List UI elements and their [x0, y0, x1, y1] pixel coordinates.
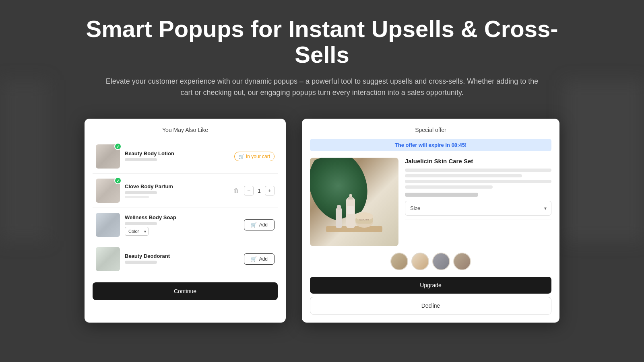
hero-section: Smart Popups for Instant Upsells & Cross…: [0, 0, 644, 111]
detail-bar-2: [405, 174, 522, 177]
product-info-1: Beauty Body Lotion: [125, 150, 229, 163]
upgrade-button[interactable]: Upgrade: [310, 277, 551, 294]
product-price-bar-1: [125, 158, 157, 161]
product-price-bar-3: [125, 222, 157, 225]
product-info-2: Clove Body Parfum: [125, 183, 227, 198]
product-name-4: Beauty Deodorant: [125, 253, 239, 259]
color-select-wrapper: Color White Beige ▾: [125, 227, 149, 236]
product-item-3: Wellness Body Soap Color White Beige ▾ 🛒: [93, 208, 278, 242]
product-image-wrapper-3: [96, 213, 120, 237]
product-actions-4: 🛒 Add: [244, 253, 275, 265]
product-image-wrapper-1: ✓: [96, 144, 120, 169]
product-actions-2: 🗑 − 1 +: [232, 186, 275, 195]
product-name-2: Clove Body Parfum: [125, 183, 227, 189]
cart-icon-3: 🛒: [251, 222, 257, 228]
product-item-1: ✓ Beauty Body Lotion 🛒 In your cart: [93, 140, 278, 174]
product-price-bar-4: [125, 261, 157, 264]
qty-plus-2[interactable]: +: [265, 186, 275, 195]
check-badge-1: ✓: [114, 143, 122, 150]
svg-text:NEAUTHY: NEAUTHY: [359, 218, 369, 221]
detail-bar-1: [405, 169, 551, 172]
product-image-3: [96, 213, 120, 237]
product-list: ✓ Beauty Body Lotion 🛒 In your cart: [93, 140, 278, 276]
hero-title: Smart Popups for Instant Upsells & Cross…: [80, 16, 564, 68]
hero-subtitle: Elevate your customer experience with ou…: [101, 76, 543, 99]
offer-title: Special offer: [310, 127, 551, 133]
popup-right: Special offer The offer will expire in 0…: [302, 119, 559, 323]
decline-button[interactable]: Decline: [310, 297, 551, 315]
product-item-2: ✓ Clove Body Parfum 🗑 − 1 +: [93, 174, 278, 208]
svg-rect-3: [348, 197, 353, 200]
continue-button[interactable]: Continue: [93, 282, 278, 300]
product-info-4: Beauty Deodorant: [125, 253, 239, 265]
popups-container: You May Also Like ✓ Beauty Body Lotion 🛒…: [0, 111, 644, 331]
detail-bar-3: [405, 180, 551, 183]
thumbnail-1[interactable]: [390, 253, 408, 270]
timer-value: 08:45!: [452, 142, 467, 148]
offer-content: NEAUTHY Jaluelicin Skin Care Set Size Sm…: [310, 158, 551, 246]
offer-price-bar: [405, 193, 478, 197]
product-name-3: Wellness Body Soap: [125, 214, 239, 220]
cart-icon-1: 🛒: [239, 154, 244, 159]
detail-bar-4: [405, 185, 493, 189]
popup-left: You May Also Like ✓ Beauty Body Lotion 🛒…: [85, 119, 286, 323]
thumbnail-4[interactable]: [453, 253, 471, 270]
product-actions-1: 🛒 In your cart: [234, 152, 275, 161]
product-price-bar-2: [125, 191, 157, 194]
product-item-4: Beauty Deodorant 🛒 Add: [93, 242, 278, 276]
in-cart-label-1: In your cart: [246, 154, 270, 159]
product-actions-3: 🛒 Add: [244, 219, 275, 230]
thumbnail-2[interactable]: [411, 253, 429, 270]
thumbnail-row: [310, 253, 551, 270]
product-name-1: Beauty Body Lotion: [125, 150, 229, 156]
svg-rect-8: [337, 205, 341, 210]
delete-button-2[interactable]: 🗑: [232, 186, 241, 195]
check-badge-2: ✓: [114, 177, 122, 184]
cart-icon-4: 🛒: [251, 256, 257, 262]
offer-product-name: Jaluelicin Skin Care Set: [405, 158, 551, 165]
offer-details: Jaluelicin Skin Care Set Size Small Medi…: [405, 158, 551, 246]
qty-controls-2: − 1 +: [244, 186, 275, 195]
product-graphic: NEAUTHY: [318, 174, 390, 246]
svg-rect-7: [336, 208, 342, 228]
in-cart-badge-1: 🛒 In your cart: [234, 152, 275, 161]
product-image-wrapper-2: ✓: [96, 179, 120, 203]
add-button-4[interactable]: 🛒 Add: [244, 253, 275, 265]
size-select[interactable]: Size Small Medium Large: [405, 201, 551, 216]
svg-rect-9: [347, 206, 354, 214]
offer-product-image: NEAUTHY: [310, 158, 398, 246]
offer-divider: [405, 220, 551, 220]
add-label-3: Add: [259, 222, 268, 228]
product-image-4: [96, 247, 120, 271]
timer-text: The offer will expire in: [395, 142, 452, 148]
qty-num-2: 1: [256, 188, 262, 194]
size-select-wrapper: Size Small Medium Large: [405, 201, 551, 216]
product-image-wrapper-4: [96, 247, 120, 271]
offer-timer: The offer will expire in 08:45!: [310, 139, 551, 151]
product-info-3: Wellness Body Soap Color White Beige ▾: [125, 214, 239, 236]
color-select[interactable]: Color White Beige: [125, 227, 149, 236]
thumbnail-3[interactable]: [432, 253, 450, 270]
popup-left-title: You May Also Like: [93, 127, 278, 133]
qty-minus-2[interactable]: −: [244, 186, 254, 195]
product-desc-bar-2: [125, 196, 149, 198]
add-button-3[interactable]: 🛒 Add: [244, 219, 275, 230]
add-label-4: Add: [259, 256, 268, 262]
